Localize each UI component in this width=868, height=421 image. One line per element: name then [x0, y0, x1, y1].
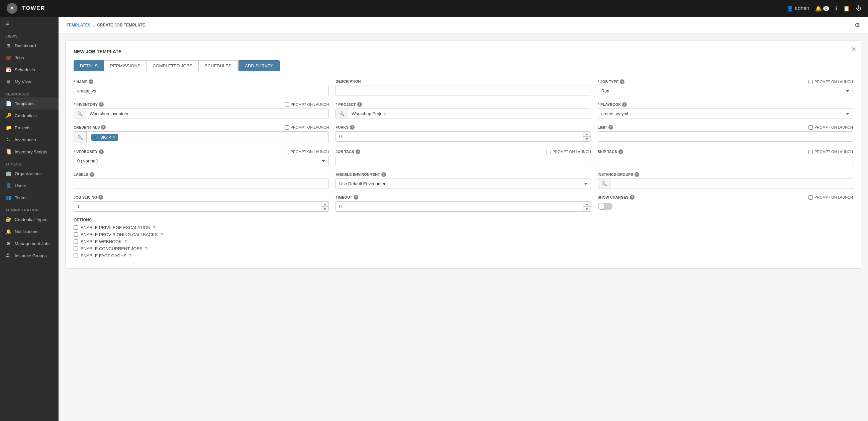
skip-tags-input[interactable] — [598, 156, 853, 166]
job-tags-help-icon[interactable]: ? — [355, 149, 360, 154]
inventory-prompt-checkbox[interactable] — [285, 103, 289, 107]
limit-input[interactable] — [598, 131, 853, 142]
show-changes-help-icon[interactable]: ? — [630, 195, 634, 200]
labels-input[interactable] — [73, 178, 329, 189]
user-icon[interactable]: 👤 admin — [787, 5, 809, 12]
labels-help-icon[interactable]: ? — [90, 172, 94, 177]
inventory-input[interactable] — [86, 109, 329, 118]
instance-groups-input[interactable] — [611, 179, 852, 189]
sidebar-item-dashboard[interactable]: ⊞ Dashboard — [0, 39, 59, 52]
timeout-increment-button[interactable]: ▲ — [583, 202, 591, 207]
show-changes-toggle[interactable] — [598, 203, 613, 210]
description-input[interactable] — [336, 85, 591, 95]
top-navbar: A TOWER 👤 admin 🔔 0 ℹ 📋 ⏻ — [0, 0, 868, 17]
project-input[interactable] — [348, 109, 590, 118]
sidebar-item-label: Inventory Scripts — [15, 149, 47, 155]
webhook-checkbox[interactable] — [73, 240, 78, 244]
sidebar-item-my-view[interactable]: 🖥 My View — [0, 76, 59, 88]
forks-decrement-button[interactable]: ▼ — [583, 137, 591, 141]
name-help-icon[interactable]: ? — [89, 79, 93, 84]
sidebar-item-instance-groups[interactable]: 🖧 Instance Groups — [0, 250, 59, 261]
inventory-help-icon[interactable]: ? — [99, 102, 104, 107]
job-slicing-decrement-button[interactable]: ▼ — [321, 207, 329, 211]
hamburger-menu[interactable]: ☰ — [0, 17, 59, 30]
tab-schedules[interactable]: SCHEDULES — [198, 60, 238, 71]
forks-help-icon[interactable]: ? — [350, 125, 354, 130]
job-tags-prompt-label: PROMPT ON LAUNCH — [547, 150, 591, 154]
tab-details[interactable]: DETAILS — [73, 60, 104, 71]
breadcrumb-settings-icon[interactable]: ⚙ — [855, 22, 860, 29]
power-icon[interactable]: ⏻ — [856, 5, 861, 11]
privilege-escalation-checkbox[interactable] — [73, 225, 78, 230]
sidebar-item-inventory-scripts[interactable]: 📜 Inventory Scripts — [0, 146, 59, 158]
forks-input[interactable] — [336, 132, 583, 141]
name-input[interactable] — [73, 86, 329, 96]
add-survey-button[interactable]: ADD SURVEY — [239, 60, 279, 71]
sidebar-item-teams[interactable]: 👥 Teams — [0, 192, 59, 204]
tab-completed-jobs[interactable]: COMPLETED JOBS — [147, 60, 199, 71]
docs-icon[interactable]: 📋 — [843, 5, 850, 12]
project-help-icon[interactable]: ? — [357, 102, 362, 107]
credential-tag-remove[interactable]: × — [113, 135, 115, 140]
timeout-input[interactable] — [336, 202, 583, 211]
provisioning-callbacks-help-icon[interactable]: ? — [160, 232, 162, 237]
job-tags-prompt-checkbox[interactable] — [547, 150, 551, 154]
sidebar-item-jobs[interactable]: 💼 Jobs — [0, 52, 59, 64]
job-tags-input[interactable] — [336, 156, 591, 166]
job-type-prompt-label: PROMPT ON LAUNCH — [808, 80, 853, 84]
fact-cache-checkbox[interactable] — [73, 254, 78, 258]
credentials-search-button[interactable]: 🔍 — [74, 132, 87, 143]
timeout-help-icon[interactable]: ? — [353, 195, 358, 200]
info-icon[interactable]: ℹ — [835, 5, 837, 12]
ansible-env-select[interactable]: Use Default Environment — [336, 178, 591, 189]
close-button[interactable]: ✕ — [851, 46, 856, 53]
playbook-select[interactable]: create_vs.yml — [598, 109, 853, 119]
limit-help-icon[interactable]: ? — [609, 125, 613, 130]
provisioning-callbacks-checkbox[interactable] — [73, 232, 78, 237]
fact-cache-help-icon[interactable]: ? — [129, 253, 131, 258]
sidebar-section-views: VIEWS — [0, 30, 59, 39]
job-type-select[interactable]: Run Check Scan — [598, 86, 853, 96]
forks-increment-button[interactable]: ▲ — [583, 132, 591, 137]
verbosity-help-icon[interactable]: ? — [99, 149, 104, 154]
skip-tags-help-icon[interactable]: ? — [618, 149, 623, 154]
sidebar-item-inventories[interactable]: 🗂 Inventories — [0, 134, 59, 146]
credentials-help-icon[interactable]: ? — [101, 125, 106, 130]
job-type-prompt-checkbox[interactable] — [808, 80, 813, 84]
templates-icon: 📄 — [5, 101, 11, 106]
sidebar-item-management-jobs[interactable]: ⚙ Management Jobs — [0, 237, 59, 250]
sidebar-item-credentials[interactable]: 🔑 Credentials — [0, 110, 59, 121]
timeout-decrement-button[interactable]: ▼ — [583, 207, 591, 211]
tab-permissions[interactable]: PERMISSIONS — [104, 60, 147, 71]
sidebar-item-schedules[interactable]: 📅 Schedules — [0, 64, 59, 76]
sidebar-item-organizations[interactable]: 🏢 Organizations — [0, 167, 59, 179]
sidebar-item-notifications[interactable]: 🔔 Notifications — [0, 225, 59, 237]
forks-label-text: FORKS — [336, 125, 348, 129]
job-slicing-help-icon[interactable]: ? — [98, 195, 103, 200]
webhook-help-icon[interactable]: ? — [124, 239, 127, 244]
skip-tags-prompt-checkbox[interactable] — [808, 150, 813, 154]
notifications-icon[interactable]: 🔔 0 — [815, 5, 829, 12]
breadcrumb-link[interactable]: TEMPLATES — [67, 23, 91, 27]
concurrent-jobs-help-icon[interactable]: ? — [145, 246, 148, 251]
show-changes-prompt-checkbox[interactable] — [808, 195, 813, 200]
job-slicing-increment-button[interactable]: ▲ — [321, 202, 329, 207]
sidebar-item-templates[interactable]: 📄 Templates — [0, 97, 59, 110]
sidebar-item-users[interactable]: 👤 Users — [0, 179, 59, 192]
verbosity-prompt-checkbox[interactable] — [285, 150, 289, 154]
instance-groups-help-icon[interactable]: ? — [634, 172, 639, 177]
verbosity-select[interactable]: 0 (Normal) 1 (Verbose) 2 (More Verbose) … — [73, 156, 329, 166]
limit-prompt-checkbox[interactable] — [808, 125, 813, 130]
credentials-prompt-checkbox[interactable] — [285, 125, 289, 130]
privilege-escalation-help-icon[interactable]: ? — [153, 225, 156, 230]
credentials-label-text: CREDENTIALS — [73, 125, 100, 129]
job-type-help-icon[interactable]: ? — [620, 79, 624, 84]
job-type-required: * — [598, 80, 599, 84]
credentials-field[interactable]: 🔍 👥 BIGIP × — [73, 131, 329, 143]
concurrent-jobs-checkbox[interactable] — [73, 247, 78, 251]
sidebar-item-projects[interactable]: 📁 Projects — [0, 121, 59, 134]
ansible-env-help-icon[interactable]: ? — [381, 172, 386, 177]
playbook-help-icon[interactable]: ? — [622, 102, 627, 107]
sidebar-item-credential-types[interactable]: 🔐 Credential Types — [0, 213, 59, 225]
job-slicing-input[interactable] — [74, 202, 321, 211]
